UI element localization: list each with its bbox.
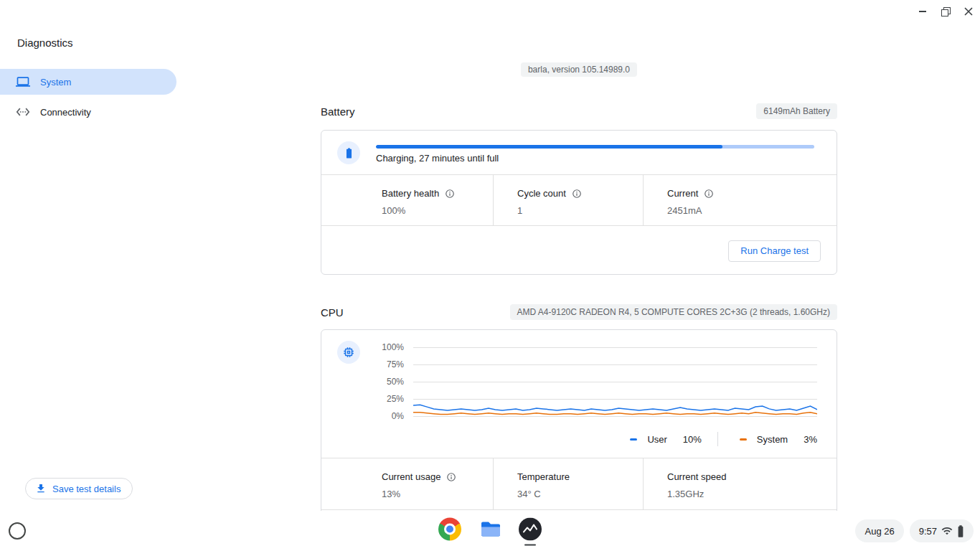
cpu-section-title: CPU bbox=[321, 306, 344, 319]
current-usage-stat: Current usage 13% bbox=[321, 458, 493, 509]
y-tick-100: 100% bbox=[321, 342, 404, 352]
battery-status-icon bbox=[957, 525, 964, 537]
download-icon bbox=[35, 483, 47, 494]
stat-value: 2451mA bbox=[667, 205, 837, 216]
close-icon bbox=[964, 7, 973, 16]
stat-value: 34° C bbox=[517, 489, 643, 499]
cpu-stats-row: Current usage 13% Temperature 34° C Curr… bbox=[321, 458, 837, 510]
minimize-button[interactable] bbox=[915, 4, 930, 19]
system-usage-line bbox=[413, 413, 817, 415]
battery-charge-progress bbox=[376, 145, 814, 149]
main-content: barla, version 105.14989.0 Battery 6149m… bbox=[321, 62, 837, 511]
cycle-count-stat: Cycle count 1 bbox=[493, 175, 643, 225]
sidebar-item-label: System bbox=[40, 77, 71, 88]
files-folder bbox=[479, 517, 501, 540]
temperature-stat: Temperature 34° C bbox=[493, 458, 643, 509]
battery-section-header: Battery 6149mAh Battery bbox=[321, 103, 837, 119]
save-test-details-button[interactable]: Save test details bbox=[25, 478, 133, 499]
stat-label: Temperature bbox=[517, 471, 570, 482]
stat-value: 1 bbox=[517, 205, 643, 216]
battery-icon-circle bbox=[337, 141, 360, 164]
y-tick-75: 75% bbox=[321, 359, 404, 369]
sidebar-item-connectivity[interactable]: Connectivity bbox=[0, 99, 176, 125]
current-speed-stat: Current speed 1.35GHz bbox=[643, 458, 837, 509]
user-legend-label: User bbox=[647, 434, 666, 445]
charge-status-text: Charging, 27 minutes until full bbox=[376, 153, 499, 164]
info-icon[interactable] bbox=[572, 189, 582, 199]
sidebar: System Connectivity bbox=[0, 69, 176, 129]
stat-label: Cycle count bbox=[517, 188, 566, 199]
diagnostics-logo bbox=[519, 517, 542, 540]
sidebar-item-label: Connectivity bbox=[40, 107, 91, 118]
system-legend-value: 3% bbox=[804, 434, 817, 445]
y-tick-25: 25% bbox=[321, 394, 404, 404]
date-pill[interactable]: Aug 26 bbox=[855, 519, 903, 542]
battery-capacity-badge: 6149mAh Battery bbox=[756, 103, 837, 119]
cpu-chart-legend: User 10% System 3% bbox=[321, 430, 837, 448]
page-title: Diagnostics bbox=[17, 37, 73, 49]
files-icon[interactable] bbox=[479, 517, 501, 540]
run-charge-test-button[interactable]: Run Charge test bbox=[728, 240, 821, 262]
shelf-apps bbox=[438, 517, 542, 540]
laptop-icon bbox=[16, 75, 30, 89]
stat-value: 13% bbox=[382, 489, 493, 499]
shelf-date: Aug 26 bbox=[864, 526, 894, 537]
shelf: Aug 26 9:57 bbox=[0, 511, 980, 551]
status-tray[interactable]: 9:57 bbox=[910, 519, 974, 542]
cpu-usage-chart bbox=[413, 347, 817, 417]
system-legend-dash bbox=[740, 438, 747, 441]
cpu-section-header: CPU AMD A4-9120C RADEON R4, 5 COMPUTE CO… bbox=[321, 304, 837, 320]
status-area: Aug 26 9:57 bbox=[855, 519, 974, 542]
active-app-indicator bbox=[524, 544, 536, 546]
user-usage-line bbox=[413, 405, 817, 410]
y-tick-0: 0% bbox=[321, 411, 404, 421]
battery-charge-fill bbox=[376, 145, 722, 149]
info-icon[interactable] bbox=[446, 472, 456, 482]
stat-label: Current speed bbox=[667, 471, 726, 482]
info-icon[interactable] bbox=[704, 189, 714, 199]
stat-label: Current usage bbox=[382, 471, 440, 482]
user-legend-dash bbox=[630, 438, 637, 441]
stat-label: Battery health bbox=[382, 188, 439, 199]
ethernet-icon bbox=[16, 105, 30, 119]
current-stat: Current 2451mA bbox=[643, 175, 837, 225]
window-controls bbox=[915, 4, 976, 19]
stat-value: 100% bbox=[382, 205, 493, 216]
diagnostics-app-icon[interactable] bbox=[519, 517, 542, 540]
battery-card: Charging, 27 minutes until full Battery … bbox=[321, 130, 837, 275]
battery-icon bbox=[343, 147, 355, 159]
battery-health-stat: Battery health 100% bbox=[321, 175, 493, 225]
restore-button[interactable] bbox=[938, 4, 953, 19]
stat-value: 1.35GHz bbox=[667, 489, 837, 499]
user-legend-value: 10% bbox=[683, 434, 702, 445]
legend-divider bbox=[717, 432, 718, 446]
battery-stats-row: Battery health 100% Cycle count 1 Curren… bbox=[321, 174, 837, 226]
minimize-icon bbox=[919, 11, 926, 12]
battery-button-row: Run Charge test bbox=[321, 226, 837, 276]
save-test-details-label: Save test details bbox=[52, 484, 121, 494]
info-icon[interactable] bbox=[445, 189, 455, 199]
chrome-logo bbox=[438, 517, 461, 540]
restore-icon bbox=[941, 7, 951, 17]
system-legend-label: System bbox=[757, 434, 788, 445]
close-button[interactable] bbox=[961, 4, 976, 19]
cpu-model-badge: AMD A4-9120C RADEON R4, 5 COMPUTE CORES … bbox=[510, 304, 837, 320]
shelf-time: 9:57 bbox=[919, 526, 937, 537]
sidebar-item-system[interactable]: System bbox=[0, 69, 176, 95]
battery-section-title: Battery bbox=[321, 105, 355, 118]
version-chip: barla, version 105.14989.0 bbox=[521, 62, 637, 77]
y-tick-50: 50% bbox=[321, 377, 404, 387]
stat-label: Current bbox=[667, 188, 698, 199]
launcher-icon[interactable] bbox=[9, 522, 26, 540]
chrome-icon[interactable] bbox=[438, 517, 461, 540]
wifi-icon bbox=[941, 525, 953, 537]
